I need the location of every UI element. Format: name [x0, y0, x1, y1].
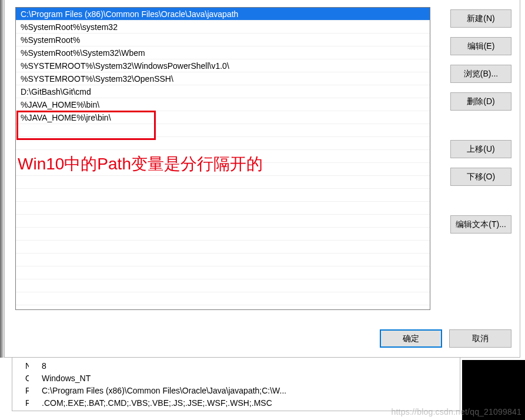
edit-path-dialog: C:\Program Files (x86)\Common Files\Orac… — [4, 0, 520, 358]
path-row-empty[interactable] — [16, 202, 430, 215]
edit-text-button[interactable]: 编辑文本(T)... — [450, 215, 511, 234]
edit-button[interactable]: 编辑(E) — [450, 37, 511, 55]
env-var-value: 8 — [29, 360, 460, 372]
table-row[interactable]: PathC:\Program Files (x86)\Common Files\… — [12, 385, 460, 397]
path-row-empty[interactable] — [16, 215, 430, 228]
path-row-empty[interactable] — [16, 124, 430, 137]
path-listbox[interactable]: C:\Program Files (x86)\Common Files\Orac… — [15, 7, 430, 310]
path-row[interactable]: %JAVA_HOME%\bin\ — [16, 98, 430, 111]
env-var-name: Path — [12, 385, 29, 397]
path-row-empty[interactable] — [16, 279, 430, 292]
path-row[interactable]: %JAVA_HOME%\jre\bin\ — [16, 111, 430, 124]
cancel-button[interactable]: 取消 — [449, 329, 511, 348]
path-row-empty[interactable] — [16, 189, 430, 202]
path-row-empty[interactable] — [16, 150, 430, 163]
path-row[interactable]: %SYSTEMROOT%\System32\WindowsPowerShell\… — [16, 59, 430, 72]
env-var-value: Windows_NT — [29, 372, 460, 385]
path-row-empty[interactable] — [16, 254, 430, 266]
side-button-column: 新建(N) 编辑(E) 浏览(B)... 删除(D) 上移(U) 下移(O) 编… — [450, 7, 511, 310]
background-dark-region — [462, 360, 525, 420]
env-var-value: C:\Program Files (x86)\Common Files\Orac… — [29, 385, 460, 397]
ok-button[interactable]: 确定 — [380, 329, 442, 348]
browse-button[interactable]: 浏览(B)... — [450, 65, 511, 83]
path-row-empty[interactable] — [16, 163, 430, 176]
path-row-empty[interactable] — [16, 292, 430, 305]
dialog-body: C:\Program Files (x86)\Common Files\Orac… — [5, 0, 520, 310]
path-row[interactable]: %SYSTEMROOT%\System32\OpenSSH\ — [16, 72, 430, 85]
move-up-button[interactable]: 上移(U) — [450, 140, 511, 158]
background-env-vars-panel: NUMBER_OF_PROCESSORS8OSWindows_NTPathC:\… — [12, 358, 460, 411]
table-row[interactable]: PATHEXT.COM;.EXE;.BAT;.CMD;.VBS;.VBE;.JS… — [12, 397, 460, 409]
table-row[interactable]: OSWindows_NT — [12, 372, 460, 385]
move-down-button[interactable]: 下移(O) — [450, 168, 511, 186]
path-row-empty[interactable] — [16, 137, 430, 150]
path-row-empty[interactable] — [16, 241, 430, 254]
path-row-empty[interactable] — [16, 228, 430, 241]
env-vars-table[interactable]: NUMBER_OF_PROCESSORS8OSWindows_NTPathC:\… — [12, 360, 460, 409]
table-row[interactable]: NUMBER_OF_PROCESSORS8 — [12, 360, 460, 372]
path-row-empty[interactable] — [16, 176, 430, 189]
path-row[interactable]: C:\Program Files (x86)\Common Files\Orac… — [16, 8, 430, 21]
path-row[interactable]: %SystemRoot%\system32 — [16, 21, 430, 34]
dialog-bottom-buttons: 确定 取消 — [380, 329, 511, 348]
env-var-name: PATHEXT — [12, 397, 29, 409]
delete-button[interactable]: 删除(D) — [450, 92, 511, 111]
new-button[interactable]: 新建(N) — [450, 9, 511, 28]
path-row[interactable]: %SystemRoot%\System32\Wbem — [16, 46, 430, 59]
path-row[interactable]: D:\GitBash\Git\cmd — [16, 85, 430, 98]
env-var-value: .COM;.EXE;.BAT;.CMD;.VBS;.VBE;.JS;.JSE;.… — [29, 397, 460, 409]
path-row[interactable]: %SystemRoot% — [16, 34, 430, 46]
env-var-name: OS — [12, 372, 29, 385]
env-var-name: NUMBER_OF_PROCESSORS — [12, 360, 29, 372]
path-row-empty[interactable] — [16, 266, 430, 279]
